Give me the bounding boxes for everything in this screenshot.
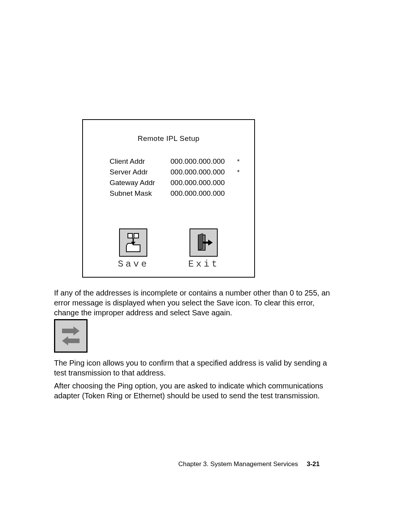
label-server-addr: Server Addr [83,168,170,176]
svg-marker-5 [198,233,203,250]
ping-icon[interactable] [54,319,88,353]
mark-server-addr: * [237,169,245,176]
value-client-addr[interactable]: 000.000.000.000 [170,157,237,166]
row-subnet-mask: Subnet Mask 000.000.000.000 [83,189,254,198]
page-footer: Chapter 3. System Management Services 3-… [178,460,320,468]
exit-label: Exit [188,259,220,269]
svg-marker-11 [62,336,68,345]
svg-rect-0 [128,233,132,238]
paragraph-error-info: If any of the addresses is incomplete or… [54,288,332,318]
svg-rect-10 [68,339,80,343]
save-label: Save [118,259,149,269]
svg-marker-9 [73,326,80,335]
value-gateway-addr[interactable]: 000.000.000.000 [170,179,237,187]
label-client-addr: Client Addr [83,157,170,166]
row-gateway-addr: Gateway Addr 000.000.000.000 [83,179,254,187]
save-button[interactable]: Save [118,228,149,269]
svg-marker-7 [208,240,213,246]
ping-icon-wrap [54,319,88,353]
row-client-addr: Client Addr 000.000.000.000 * [83,157,254,166]
save-icon [119,228,147,257]
exit-button[interactable]: Exit [188,228,220,269]
svg-rect-1 [134,233,139,238]
exit-icon [190,228,218,257]
paragraph-ping-info: The Ping icon allows you to confirm that… [54,358,332,378]
address-fields: Client Addr 000.000.000.000 * Server Add… [83,157,254,198]
footer-chapter: Chapter 3. System Management Services [178,460,298,468]
mark-client-addr: * [237,158,245,166]
label-gateway-addr: Gateway Addr [83,179,170,187]
value-subnet-mask[interactable]: 000.000.000.000 [170,189,237,198]
remote-ipl-setup-panel: Remote IPL Setup Client Addr 000.000.000… [82,119,255,278]
document-page: Remote IPL Setup Client Addr 000.000.000… [0,0,411,532]
panel-buttons: Save Exit [83,228,254,269]
paragraph-adapter-info: After choosing the Ping option, you are … [54,381,332,401]
panel-title: Remote IPL Setup [83,134,254,143]
row-server-addr: Server Addr 000.000.000.000 * [83,168,254,176]
value-server-addr[interactable]: 000.000.000.000 [170,168,237,176]
label-subnet-mask: Subnet Mask [83,189,170,198]
svg-rect-8 [62,329,73,333]
footer-page-number: 3-21 [307,460,320,468]
